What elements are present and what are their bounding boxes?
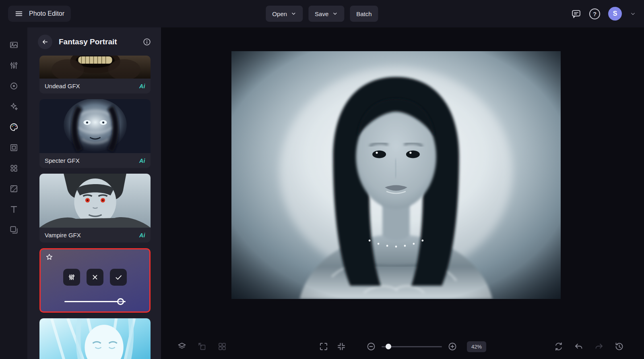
close-icon: [91, 273, 99, 281]
transform-icon: [197, 342, 207, 351]
apply-effect-button[interactable]: [110, 269, 127, 286]
effect-card-vampire[interactable]: Vampire GFX Ai: [39, 174, 151, 243]
app-menu-button[interactable]: Photo Editor: [8, 6, 71, 22]
intensity-slider[interactable]: [64, 298, 126, 305]
zoom-level-badge[interactable]: 42%: [467, 341, 486, 352]
duplicate-layers-tool-icon[interactable]: [9, 225, 19, 234]
chevron-down-icon: [332, 11, 338, 17]
help-button[interactable]: ?: [589, 8, 600, 19]
canvas-toolbar-center: 42%: [319, 341, 486, 352]
feedback-button[interactable]: [571, 9, 581, 19]
effect-actions: [41, 269, 149, 286]
focus-eye-tool-icon[interactable]: [9, 81, 19, 91]
batch-button[interactable]: Batch: [350, 6, 378, 22]
undead-thumbnail: [39, 56, 151, 79]
zoom-controls: 42%: [366, 341, 486, 352]
effects-panel: Fantasy Portrait: [27, 27, 161, 359]
effect-card-deep-freeze[interactable]: Deep Freeze GFX Ai: [39, 318, 151, 359]
arrow-left-icon: [41, 38, 49, 46]
info-icon: [142, 37, 151, 46]
save-button[interactable]: Save: [308, 6, 344, 22]
layers-icon[interactable]: [177, 342, 187, 351]
avatar[interactable]: S: [608, 7, 622, 21]
frame-tool-icon[interactable]: [9, 143, 19, 152]
canvas-area[interactable]: 42%: [161, 27, 644, 359]
redo-icon: [594, 342, 604, 351]
history-icon[interactable]: [614, 342, 624, 351]
effect-card-undead[interactable]: Undead GFX Ai: [39, 56, 151, 93]
avatar-initial: S: [613, 10, 617, 17]
batch-button-label: Batch: [356, 10, 372, 17]
effect-list: Undead GFX Ai: [27, 56, 161, 359]
ai-badge: Ai: [139, 232, 145, 239]
main-area: Fantasy Portrait: [0, 27, 644, 359]
check-icon: [114, 273, 123, 282]
canvas-toolbar-right: [554, 342, 624, 351]
effect-name: Undead GFX: [45, 83, 80, 89]
ai-badge: Ai: [139, 158, 145, 164]
intensity-slider-track[interactable]: [64, 301, 126, 302]
texture-overlay-tool-icon[interactable]: [9, 184, 19, 193]
panel-header: Fantasy Portrait: [27, 27, 161, 56]
zoom-in-icon[interactable]: [448, 342, 457, 351]
card-label-row: Specter GFX Ai: [39, 153, 151, 168]
effect-name: Vampire GFX: [45, 232, 81, 239]
feedback-bubble-icon: [571, 9, 581, 19]
info-button[interactable]: [142, 37, 151, 46]
ai-badge: Ai: [139, 83, 145, 89]
fit-screen-icon[interactable]: [319, 342, 328, 351]
adjustments-tool-icon[interactable]: [9, 61, 19, 70]
photo-editor-app: Photo Editor Open Save Batch: [0, 0, 644, 359]
canvas-toolbar-left: [177, 342, 227, 351]
deep-freeze-thumbnail: [39, 318, 151, 359]
effect-name: Specter GFX: [45, 157, 80, 164]
intensity-slider-handle[interactable]: [117, 298, 124, 305]
topbar: Photo Editor Open Save Batch: [0, 0, 644, 27]
card-label-row: Undead GFX Ai: [39, 79, 151, 93]
question-mark-icon: ?: [593, 10, 597, 17]
topbar-actions: Open Save Batch: [266, 6, 378, 22]
styles-palette-tool-icon[interactable]: [9, 122, 19, 132]
account-chevron-icon[interactable]: [630, 11, 636, 17]
canvas-image[interactable]: [231, 51, 561, 299]
effect-settings-button[interactable]: [63, 269, 80, 286]
tool-rail: [0, 27, 27, 359]
back-button[interactable]: [38, 35, 52, 49]
chevron-down-icon: [291, 11, 296, 17]
zoom-slider[interactable]: [382, 344, 442, 349]
favorite-star-icon[interactable]: [45, 253, 54, 261]
hamburger-menu-icon: [14, 9, 23, 18]
sliders-icon: [68, 273, 76, 281]
compare-rotate-icon[interactable]: [554, 342, 564, 351]
zoom-slider-handle[interactable]: [386, 344, 391, 349]
elements-tool-icon[interactable]: [9, 164, 19, 173]
text-tool-icon[interactable]: [9, 205, 19, 214]
specter-thumbnail: [39, 99, 151, 153]
effect-card-specter[interactable]: Specter GFX Ai: [39, 99, 151, 168]
open-button-label: Open: [272, 10, 287, 17]
vampire-thumbnail: [39, 174, 151, 228]
active-effect-card[interactable]: [39, 248, 151, 313]
card-label-row: Vampire GFX Ai: [39, 228, 151, 243]
photo-tool-icon[interactable]: [9, 40, 19, 50]
canvas-toolbar: 42%: [161, 334, 644, 359]
zoom-out-icon[interactable]: [366, 342, 376, 351]
save-button-label: Save: [315, 10, 328, 17]
effects-sparkles-tool-icon[interactable]: [9, 102, 19, 111]
panel-title: Fantasy Portrait: [59, 37, 136, 46]
cancel-effect-button[interactable]: [87, 269, 103, 286]
topbar-right: ? S: [571, 7, 636, 21]
undo-icon[interactable]: [574, 342, 584, 351]
app-title: Photo Editor: [29, 10, 64, 17]
collapse-view-icon[interactable]: [336, 342, 346, 351]
open-button[interactable]: Open: [266, 6, 303, 22]
gallery-grid-icon: [217, 342, 227, 351]
